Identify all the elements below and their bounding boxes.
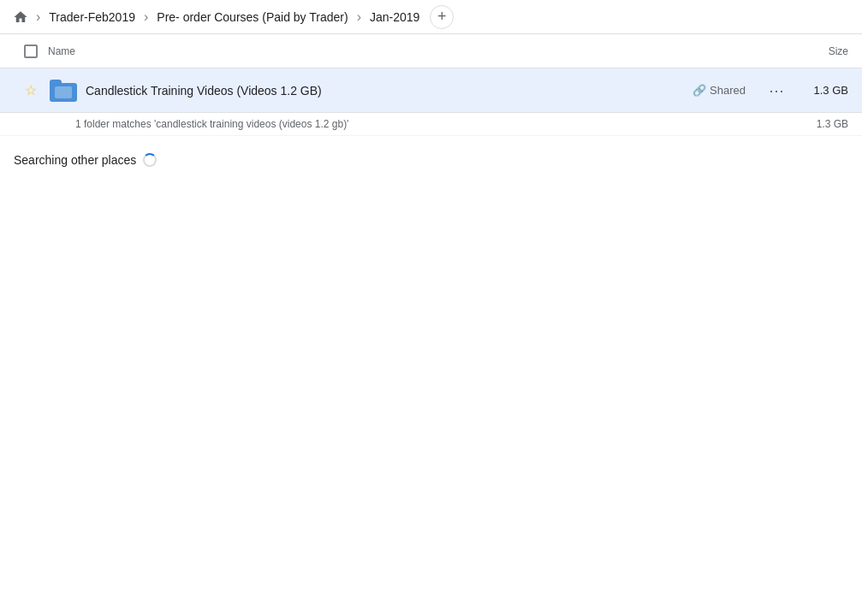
- breadcrumb-jan-2019[interactable]: Jan-2019: [363, 7, 426, 27]
- column-header: Name Size: [0, 34, 862, 68]
- match-info-row: 1 folder matches 'candlestick training v…: [0, 113, 862, 136]
- folder-icon: [50, 80, 77, 102]
- column-size-header: Size: [780, 45, 848, 57]
- star-icon[interactable]: ☆: [17, 82, 45, 98]
- folder-icon-wrap: [48, 80, 79, 102]
- header-checkbox-col: [14, 44, 48, 58]
- breadcrumb-trader-feb2019[interactable]: Trader-Feb2019: [42, 7, 142, 27]
- shared-badge: 🔗 Shared: [686, 80, 752, 100]
- file-size: 1.3 GB: [797, 84, 848, 97]
- breadcrumb-bar: › Trader-Feb2019 › Pre- order Courses (P…: [0, 0, 862, 34]
- file-name: Candlestick Training Videos (Videos 1.2 …: [86, 84, 686, 98]
- select-all-checkbox[interactable]: [24, 44, 38, 58]
- breadcrumb-pre-order-courses[interactable]: Pre- order Courses (Paid by Trader): [150, 7, 354, 27]
- breadcrumb-sep-2: ›: [144, 9, 148, 25]
- match-info-size: 1.3 GB: [797, 118, 848, 130]
- breadcrumb-sep-1: ›: [36, 9, 40, 25]
- column-name-header: Name: [48, 45, 780, 57]
- searching-other-places-section: Searching other places: [0, 136, 862, 174]
- row-checkbox-col: ☆: [14, 82, 48, 98]
- searching-other-places-title: Searching other places: [14, 153, 136, 167]
- more-options-button[interactable]: ⋯: [763, 77, 790, 104]
- add-breadcrumb-button[interactable]: +: [430, 5, 454, 29]
- loading-spinner: [143, 153, 157, 167]
- file-row[interactable]: ☆ Candlestick Training Videos (Videos 1.…: [0, 68, 862, 113]
- breadcrumb-sep-3: ›: [357, 9, 361, 25]
- link-icon: 🔗: [693, 84, 706, 97]
- home-button[interactable]: [7, 3, 34, 31]
- match-info-text: 1 folder matches 'candlestick training v…: [75, 118, 797, 130]
